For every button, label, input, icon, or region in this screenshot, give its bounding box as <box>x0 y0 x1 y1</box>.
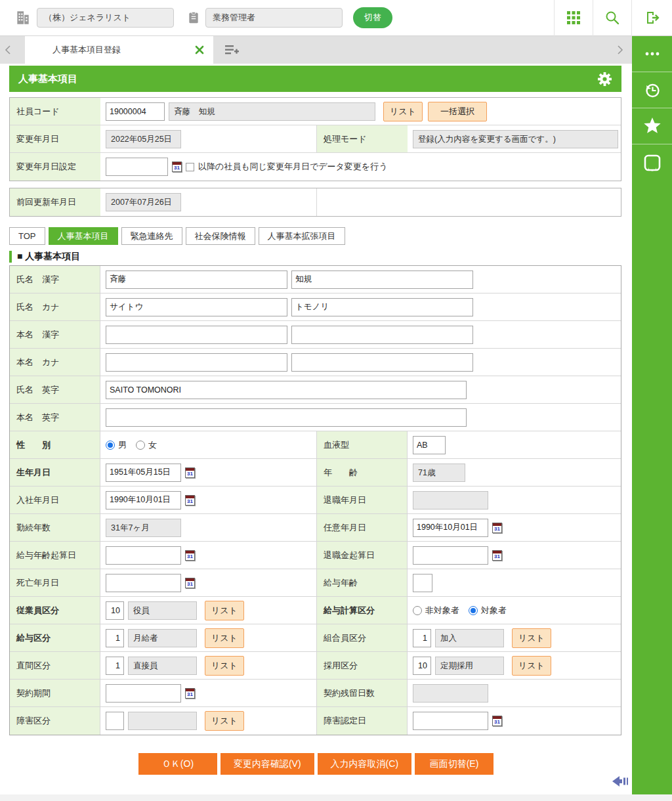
text-input[interactable] <box>106 546 181 565</box>
text-input[interactable] <box>291 353 473 372</box>
text-input[interactable] <box>106 629 124 647</box>
apps-grid-button[interactable] <box>554 0 593 36</box>
more-button[interactable] <box>632 36 672 72</box>
list-button[interactable]: リスト <box>205 656 244 676</box>
radio-option[interactable]: 非対象者 <box>413 605 459 617</box>
calendar-icon-day: 31 <box>493 526 501 532</box>
role-input[interactable] <box>205 8 343 28</box>
text-input[interactable] <box>291 271 473 289</box>
field-content: 役員リスト <box>100 597 317 624</box>
change-date-setting-row: 変更年月日設定 31 以降の社員も同じ変更年月日でデータ変更を行う <box>10 153 621 181</box>
text-input[interactable] <box>106 491 181 509</box>
calendar-icon[interactable]: 31 <box>185 578 195 588</box>
text-input[interactable] <box>106 381 467 399</box>
text-input[interactable] <box>413 712 488 730</box>
text-input[interactable] <box>106 464 181 482</box>
history-button[interactable] <box>632 72 672 108</box>
text-input[interactable] <box>106 684 181 703</box>
previous-update-box: 前回更新年月日 2007年07月26日 <box>9 188 621 217</box>
main-content: 人事基本項目 社員コード 斉藤 知規 リスト 一括選択 変更年月日 2022年0… <box>0 64 632 801</box>
field-label: 前回更新年月日 <box>10 188 100 216</box>
text-input[interactable] <box>106 326 287 344</box>
footer-button-2[interactable]: 入力内容取消(C) <box>318 753 411 775</box>
tab-close-button[interactable] <box>195 45 204 54</box>
collapse-sidebar-button[interactable] <box>612 775 629 790</box>
field-content: 71歳 <box>408 459 621 486</box>
text-input[interactable] <box>106 657 124 675</box>
radio-option[interactable]: 女 <box>136 439 157 451</box>
employee-code-row: 社員コード 斉藤 知規 リスト 一括選択 <box>10 98 621 125</box>
list-button[interactable]: リスト <box>383 102 423 121</box>
text-input[interactable] <box>106 353 287 372</box>
text-input[interactable] <box>413 546 488 565</box>
field-content: 31 以降の社員も同じ変更年月日でデータ変更を行う <box>100 153 621 181</box>
text-input[interactable] <box>413 629 431 647</box>
field-content: 31 <box>100 459 317 486</box>
text-input[interactable] <box>291 326 473 344</box>
list-button[interactable]: リスト <box>205 628 244 648</box>
text-input[interactable] <box>413 657 431 675</box>
field-content: 加入リスト <box>408 624 621 651</box>
field-content <box>408 487 621 513</box>
calendar-icon[interactable]: 31 <box>185 550 195 561</box>
calendar-icon[interactable]: 31 <box>492 550 502 561</box>
text-input[interactable] <box>106 408 467 427</box>
text-input[interactable] <box>106 271 287 289</box>
settings-button[interactable] <box>597 72 612 87</box>
text-input[interactable] <box>106 574 181 592</box>
switch-button[interactable]: 切替 <box>353 7 392 28</box>
apply-following-checkbox[interactable] <box>186 163 194 171</box>
text-input[interactable] <box>413 436 446 454</box>
change-date-field: 2022年05月25日 <box>106 130 181 148</box>
field-label: 死亡年月日 <box>10 569 100 596</box>
text-input[interactable] <box>413 519 488 537</box>
readonly-field <box>413 491 488 509</box>
calendar-icon[interactable]: 31 <box>492 523 502 533</box>
search-button[interactable] <box>593 0 631 36</box>
logout-button[interactable] <box>631 0 672 36</box>
field-label: 契約残留日数 <box>317 680 408 706</box>
text-input[interactable] <box>106 298 287 316</box>
form-row: 氏名 英字 <box>10 376 621 404</box>
calendar-icon[interactable]: 31 <box>172 162 182 172</box>
tab-4[interactable]: 人事基本拡張項目 <box>259 227 345 245</box>
readonly-field <box>128 712 197 730</box>
calendar-icon[interactable]: 31 <box>185 495 195 506</box>
calendar-icon[interactable]: 31 <box>492 716 502 726</box>
list-button[interactable]: リスト <box>205 601 244 620</box>
employee-name-field: 斉藤 知規 <box>169 102 375 121</box>
radio-option[interactable]: 対象者 <box>469 605 507 617</box>
footer-button-1[interactable]: 変更内容確認(V) <box>220 753 314 775</box>
horizontal-scrollbar-track[interactable] <box>0 794 672 801</box>
clipboard-icon <box>187 9 200 26</box>
radio-icon <box>106 441 115 450</box>
bulk-select-button[interactable]: 一括選択 <box>428 102 487 121</box>
text-input[interactable] <box>106 712 124 730</box>
text-input[interactable] <box>291 298 473 316</box>
field-label: 給与区分 <box>10 624 100 651</box>
tab-1[interactable]: 人事基本項目 <box>49 227 118 245</box>
tab-0[interactable]: TOP <box>9 227 45 245</box>
text-input[interactable] <box>413 574 432 592</box>
company-input[interactable] <box>37 8 174 28</box>
tab-3[interactable]: 社会保険情報 <box>186 227 255 245</box>
form-row: 生年月日31年 齢71歳 <box>10 459 621 487</box>
document-tab[interactable]: 人事基本項目登録 <box>25 36 213 64</box>
calendar-icon[interactable]: 31 <box>185 467 195 478</box>
list-button[interactable]: リスト <box>512 656 551 676</box>
add-tab-button[interactable] <box>224 43 240 56</box>
footer-button-3[interactable]: 画面切替(E) <box>415 753 494 775</box>
favorites-button[interactable] <box>632 108 672 144</box>
change-date-setting-input[interactable] <box>106 158 168 176</box>
footer-button-0[interactable]: ＯＫ(O) <box>138 753 217 775</box>
employee-code-input[interactable] <box>106 102 165 121</box>
list-button[interactable]: リスト <box>205 711 244 731</box>
calendar-icon[interactable]: 31 <box>185 688 195 699</box>
tabs-scroll-right-button[interactable] <box>612 45 628 54</box>
radio-option[interactable]: 男 <box>106 439 127 451</box>
tabs-scroll-left-button[interactable] <box>0 45 16 54</box>
tab-2[interactable]: 緊急連絡先 <box>121 227 182 245</box>
text-input[interactable] <box>106 601 124 620</box>
list-button[interactable]: リスト <box>512 628 551 648</box>
tray-button[interactable] <box>632 144 672 181</box>
